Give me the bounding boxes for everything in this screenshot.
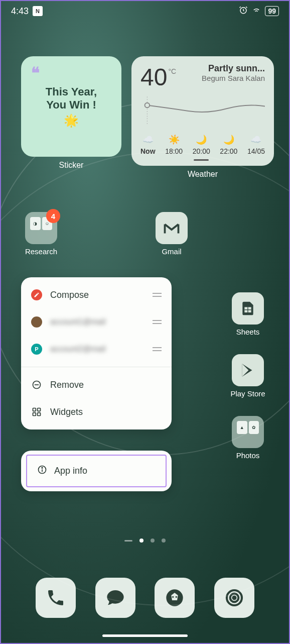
notification-app-icon: N: [33, 6, 43, 16]
gmail-context-menu: Compose account1@mail P account2@mail: [21, 277, 172, 430]
weather-widget-label: Weather: [131, 170, 274, 179]
hour-1: 18:00: [165, 147, 183, 155]
messages-app-icon[interactable]: [95, 578, 135, 618]
hour-2: 20:00: [193, 147, 210, 155]
sticker-line2: You Win !: [46, 98, 96, 112]
sun-icon: ☀️: [169, 134, 180, 145]
weather-unit: °C: [168, 67, 176, 75]
moon-icon: 🌙: [196, 134, 207, 145]
page-dot: [151, 539, 155, 543]
hour-now: Now: [140, 147, 156, 155]
weather-graph: [140, 96, 265, 132]
account-avatar: [31, 316, 42, 328]
sticker-line1: This Year,: [46, 85, 97, 98]
drag-handle-icon[interactable]: [153, 290, 162, 300]
compose-menu-item[interactable]: Compose: [21, 281, 172, 308]
compose-icon: [31, 289, 42, 300]
svg-point-22: [172, 596, 174, 598]
photos-label: Photos: [236, 451, 260, 460]
account-menu-item[interactable]: account1@mail: [21, 308, 172, 336]
hour-4: 14/05: [247, 147, 265, 155]
alarm-icon: [239, 6, 248, 17]
research-folder[interactable]: ◑ ☺ 4: [25, 212, 57, 244]
browser-app-icon[interactable]: [155, 578, 195, 618]
account-avatar: P: [31, 344, 42, 355]
remove-label: Remove: [50, 380, 84, 390]
widgets-menu-item[interactable]: Widgets: [21, 398, 172, 425]
sticker-label: Sticker: [21, 161, 121, 170]
cloud-icon: ☁️: [142, 134, 154, 145]
weather-location: Begum Sara Kalan: [202, 74, 265, 82]
svg-point-2: [145, 103, 150, 108]
account-email: account1@mail: [50, 317, 106, 327]
page-dot: [162, 539, 166, 543]
cloud-night-icon: ☁️: [250, 134, 261, 145]
svg-rect-15: [38, 408, 41, 411]
hour-3: 22:00: [220, 147, 237, 155]
battery-level: 99: [265, 6, 279, 16]
page-indicator[interactable]: [1, 539, 289, 543]
weather-widget[interactable]: 40 °C Partly sunn... Begum Sara Kalan ☁️…: [131, 56, 274, 166]
quote-icon: ❝: [31, 63, 40, 82]
research-label: Research: [25, 247, 57, 256]
folder-mini-icon: ✿: [249, 421, 259, 434]
sheets-app-icon[interactable]: [232, 292, 264, 325]
wifi-icon: [252, 6, 261, 17]
svg-rect-17: [38, 413, 41, 416]
svg-point-20: [42, 467, 43, 468]
star-icon: 🌟: [64, 114, 79, 128]
drag-handle-icon[interactable]: [153, 317, 162, 328]
gmail-app-icon[interactable]: [156, 212, 188, 244]
status-time: 4:43: [11, 6, 29, 17]
weather-desc: Partly sunn...: [202, 63, 265, 74]
camera-app-icon[interactable]: [214, 578, 254, 618]
play-store-app-icon[interactable]: [232, 354, 264, 386]
drag-handle-icon[interactable]: [153, 344, 162, 355]
account-email: account2@mail: [50, 345, 106, 354]
account-menu-item[interactable]: P account2@mail: [21, 336, 172, 363]
moon-icon: 🌙: [223, 134, 234, 145]
gmail-label: Gmail: [162, 247, 181, 256]
widgets-icon: [31, 406, 42, 417]
folder-mini-icon: ◑: [30, 217, 41, 230]
svg-rect-14: [33, 408, 36, 411]
svg-point-23: [176, 596, 177, 598]
play-store-label: Play Store: [230, 389, 265, 398]
remove-icon: [31, 379, 42, 390]
sheets-label: Sheets: [236, 328, 260, 336]
page-dash: [124, 540, 132, 542]
svg-point-26: [233, 597, 236, 599]
photos-folder[interactable]: ▲ ✿: [232, 416, 264, 448]
notification-badge: 4: [46, 209, 60, 223]
widgets-label: Widgets: [50, 407, 83, 417]
dock: [1, 578, 289, 618]
sticker-widget[interactable]: ❝ This Year, You Win ! 🌟: [21, 56, 121, 157]
status-bar: 4:43 N 99: [1, 1, 289, 21]
phone-app-icon[interactable]: [36, 578, 76, 618]
app-info-card: App info: [21, 451, 172, 491]
page-dot-active: [139, 539, 143, 543]
weather-temp: 40: [140, 63, 167, 91]
app-info-menu-item[interactable]: App info: [26, 455, 167, 487]
home-indicator[interactable]: [102, 634, 188, 637]
svg-rect-16: [33, 413, 36, 416]
info-icon: [37, 465, 47, 477]
compose-label: Compose: [50, 290, 89, 300]
remove-menu-item[interactable]: Remove: [21, 371, 172, 398]
folder-mini-icon: ▲: [237, 421, 247, 434]
app-info-label: App info: [54, 466, 87, 476]
